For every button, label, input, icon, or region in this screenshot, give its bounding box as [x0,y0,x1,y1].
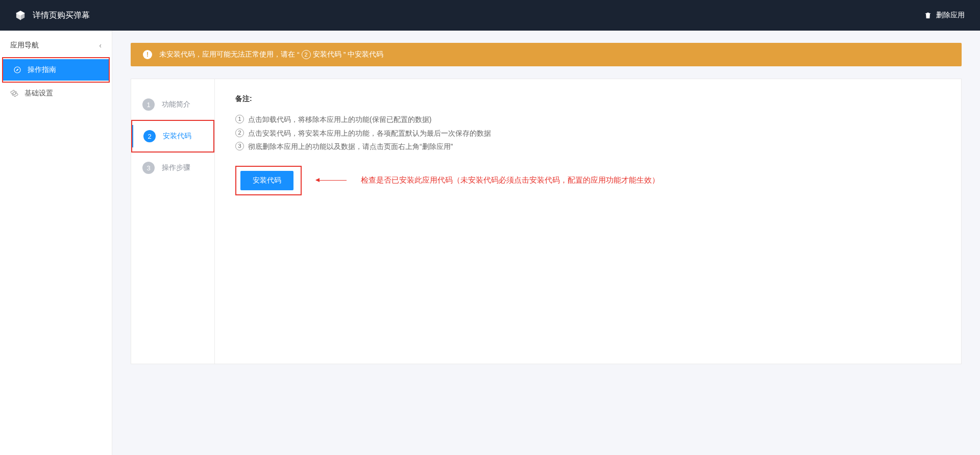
step-tab-intro[interactable]: 1 功能简介 [131,89,214,120]
step-tab-procedure[interactable]: 3 操作步骤 [131,153,214,183]
sidebar-item-settings[interactable]: 基础设置 [0,83,112,104]
note-line: 3 彻底删除本应用上的功能以及数据，请点击页面右上角“删除应用” [235,140,941,154]
circled-number-icon: 3 [235,142,244,150]
annotation-highlight-step: 2 安装代码 [131,120,214,153]
step-label: 功能简介 [162,100,190,109]
sidebar-item-guide[interactable]: 操作指南 [3,59,109,81]
circled-number-icon: 1 [235,115,244,123]
topbar-left: 详情页购买弹幕 [15,10,90,21]
step-content: 备注: 1 点击卸载代码，将移除本应用上的功能(保留已配置的数据) 2 点击安装… [215,79,961,364]
step-number: 2 [143,130,156,142]
alert-text-after: 中安装代码 [348,50,383,59]
sidebar-header: 应用导航 ‹ [0,37,112,57]
step-label: 操作步骤 [162,163,190,172]
step-label: 安装代码 [163,132,191,141]
note-title: 备注: [235,94,941,104]
compass-icon [13,66,21,74]
note-line: 1 点击卸载代码，将移除本应用上的功能(保留已配置的数据) [235,113,941,127]
alert-text-before: 未安装代码，应用可能无法正常使用，请在 [159,50,295,59]
top-bar: 详情页购买弹幕 删除应用 [0,0,980,31]
install-row: 安装代码 检查是否已安装此应用代码（未安装代码必须点击安装代码，配置的应用功能才… [235,166,941,195]
step-number: 3 [142,162,155,174]
delete-app-button[interactable]: 删除应用 [924,11,965,20]
install-code-button[interactable]: 安装代码 [240,171,293,190]
annotation-arrow-icon [316,180,347,181]
annotation-highlight-button: 安装代码 [235,166,302,195]
alert-text: 未安装代码，应用可能无法正常使用，请在 “ 2 安装代码 ” 中安装代码 [159,50,383,59]
note-line: 2 点击安装代码，将安装本应用上的功能，各项配置默认为最后一次保存的数据 [235,127,941,140]
note-text: 彻底删除本应用上的功能以及数据，请点击页面右上角“删除应用” [248,140,453,154]
sidebar-item-label: 操作指南 [28,65,56,74]
trash-icon [924,11,932,19]
annotation-highlight-sidebar: 操作指南 [2,57,110,83]
circled-number-icon: 2 [235,129,244,137]
alert-step-label: 安装代码 [313,50,341,59]
app-title: 详情页购买弹幕 [33,10,90,21]
step-tab-install[interactable]: 2 安装代码 [132,121,213,151]
step-number: 1 [142,98,155,111]
cube-icon [15,10,26,20]
info-icon: ! [143,50,152,59]
sidebar-item-label: 基础设置 [24,89,53,98]
content-card: 1 功能简介 2 安装代码 3 操作步骤 备注: 1 [131,79,962,364]
delete-app-label: 删除应用 [936,11,965,20]
note-text: 点击卸载代码，将移除本应用上的功能(保留已配置的数据) [248,113,431,127]
chevron-left-icon[interactable]: ‹ [99,41,102,49]
alert-step-num: 2 [302,50,311,59]
gear-icon [10,89,18,97]
main-content: ! 未安装代码，应用可能无法正常使用，请在 “ 2 安装代码 ” 中安装代码 1… [112,31,980,455]
annotation-text: 检查是否已安装此应用代码（未安装代码必须点击安装代码，配置的应用功能才能生效） [361,175,659,185]
sidebar-title: 应用导航 [10,41,39,50]
note-text: 点击安装代码，将安装本应用上的功能，各项配置默认为最后一次保存的数据 [248,127,491,140]
step-nav: 1 功能简介 2 安装代码 3 操作步骤 [131,79,215,364]
alert-banner: ! 未安装代码，应用可能无法正常使用，请在 “ 2 安装代码 ” 中安装代码 [131,43,962,66]
sidebar: 应用导航 ‹ 操作指南 基础设置 [0,31,112,455]
